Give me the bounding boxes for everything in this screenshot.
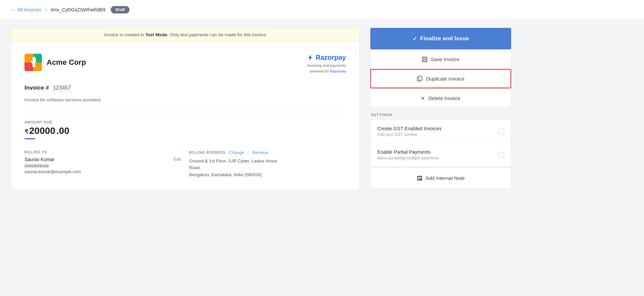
invoice-divider <box>24 112 346 112</box>
razorpay-logo: Razorpay <box>306 54 346 61</box>
razorpay-brand: Razorpay <box>316 54 346 61</box>
billing-email: saurav.kumar@example.com <box>24 169 181 174</box>
billing-address-column: BILLING ADDRESS Change | Remove Ground &… <box>189 150 346 179</box>
settings-card: Create GST Enabled Invoices Add your GST… <box>370 119 511 167</box>
invoice-card: Acme Corp Razorpay Invoicing and payment… <box>11 42 360 190</box>
finalize-label: Finalize and Issue <box>420 35 469 42</box>
partial-title: Enable Partial Payments <box>377 149 439 155</box>
settings-heading: SETTINGS <box>370 113 511 117</box>
top-navigation: ← All Invoices > #inv_CyDGsZSWFwRdB9 Dra… <box>0 0 644 20</box>
company-logo-svg <box>24 54 42 71</box>
banner-prefix: Invoice is created in <box>104 32 145 37</box>
partial-subtitle: Allow accepting multiple payments <box>377 156 439 160</box>
breadcrumb-separator: > <box>45 7 47 12</box>
billing-name: Saurav Kumar <box>24 157 54 162</box>
amount-underline <box>24 138 35 139</box>
svg-marker-4 <box>308 55 312 61</box>
duplicate-label: Duplicate Invoice <box>426 76 464 82</box>
invoice-number-value: 123457 <box>53 85 71 92</box>
svg-rect-6 <box>423 57 426 59</box>
save-invoice-button[interactable]: Save Invoice <box>370 50 511 68</box>
duplicate-invoice-button[interactable]: Duplicate Invoice <box>370 69 511 88</box>
left-panel: Invoice is created in Test Mode. Only te… <box>11 28 360 190</box>
billing-address-header: BILLING ADDRESS Change | Remove <box>189 150 346 155</box>
company-logo <box>24 54 42 71</box>
amount-section: AMOUNT DUE ₹ 20000.00 <box>24 120 346 139</box>
save-label: Save Invoice <box>431 56 460 62</box>
gst-title: Create GST Enabled Invoices <box>377 126 442 131</box>
billing-grid: BILLING TO Saurav Kumar Edit 9999999998 … <box>24 150 346 179</box>
back-arrow-icon: ← <box>11 7 16 13</box>
razorpay-link[interactable]: Razorpay <box>330 69 346 73</box>
amount-value: ₹ 20000.00 <box>24 126 346 136</box>
partial-payments-text: Enable Partial Payments Allow accepting … <box>377 149 439 160</box>
partial-payments-checkbox[interactable] <box>498 152 504 158</box>
gst-checkbox[interactable] <box>498 129 504 135</box>
gst-text: Create GST Enabled Invoices Add your GST… <box>377 126 442 137</box>
amount-label: AMOUNT DUE <box>24 120 346 124</box>
main-layout: Invoice is created in Test Mode. Only te… <box>0 20 644 198</box>
note-icon <box>417 176 422 181</box>
add-internal-note-button[interactable]: Add Internal Note <box>370 167 511 189</box>
invoice-header: Acme Corp Razorpay Invoicing and payment… <box>24 54 346 74</box>
svg-rect-12 <box>418 178 421 179</box>
svg-rect-11 <box>418 177 421 178</box>
right-panel: Finalize and Issue Save Invoice Dupli <box>370 28 511 190</box>
back-label: All Invoices <box>17 7 41 12</box>
company-logo-area: Acme Corp <box>24 54 86 71</box>
save-icon <box>422 57 427 62</box>
invoice-id: #inv_CyDGsZSWFwRdB9 <box>51 7 105 12</box>
check-icon <box>413 36 417 42</box>
finalize-issue-button[interactable]: Finalize and Issue <box>370 28 511 49</box>
billing-address-text: Ground & 1st Floor, SJR Cyber, Laskar Ho… <box>189 158 346 179</box>
invoice-number-section: Invoice # 123457 <box>24 85 346 91</box>
company-name: Acme Corp <box>47 58 86 67</box>
svg-rect-7 <box>423 59 426 61</box>
banner-suffix: . Only test payments can be made for thi… <box>167 32 266 37</box>
billing-to-label: BILLING TO <box>24 150 181 154</box>
banner-bold: Test Mode <box>145 32 167 37</box>
billing-to-column: BILLING TO Saurav Kumar Edit 9999999998 … <box>24 150 181 179</box>
invoice-number-label: Invoice # <box>24 85 49 91</box>
remove-address-link[interactable]: Remove <box>252 150 268 155</box>
gst-settings-row: Create GST Enabled Invoices Add your GST… <box>371 120 511 143</box>
gst-subtitle: Add your GST number <box>377 132 442 137</box>
svg-rect-13 <box>418 179 420 180</box>
partial-payments-row: Enable Partial Payments Allow accepting … <box>371 143 511 166</box>
address-action-sep: | <box>248 150 249 155</box>
billing-address-label: BILLING ADDRESS <box>189 150 225 154</box>
amount-number: 20000 <box>29 126 55 136</box>
note-label: Add Internal Note <box>426 175 465 181</box>
svg-rect-9 <box>419 76 422 80</box>
delete-invoice-button[interactable]: Delete Invoice <box>370 89 511 107</box>
amount-currency: ₹ <box>24 128 28 136</box>
change-address-link[interactable]: Change <box>229 150 244 155</box>
invoice-description: Invoice for software services provided. <box>24 97 346 102</box>
amount-decimal: .00 <box>56 126 69 136</box>
edit-billing-link[interactable]: Edit <box>174 157 181 162</box>
back-link[interactable]: ← All Invoices <box>11 7 41 13</box>
billing-name-row: Saurav Kumar Edit <box>24 157 181 162</box>
svg-rect-2 <box>24 62 33 71</box>
razorpay-area: Razorpay Invoicing and payments powered … <box>306 54 346 74</box>
test-mode-banner: Invoice is created in Test Mode. Only te… <box>11 28 360 42</box>
razorpay-tagline: Invoicing and payments powered by Razorp… <box>306 63 346 74</box>
status-badge: Draft <box>111 6 129 13</box>
delete-label: Delete Invoice <box>428 95 460 101</box>
duplicate-icon <box>417 76 423 82</box>
billing-phone: 9999999998 <box>24 163 181 168</box>
close-icon <box>421 96 425 101</box>
razorpay-icon <box>306 54 314 61</box>
